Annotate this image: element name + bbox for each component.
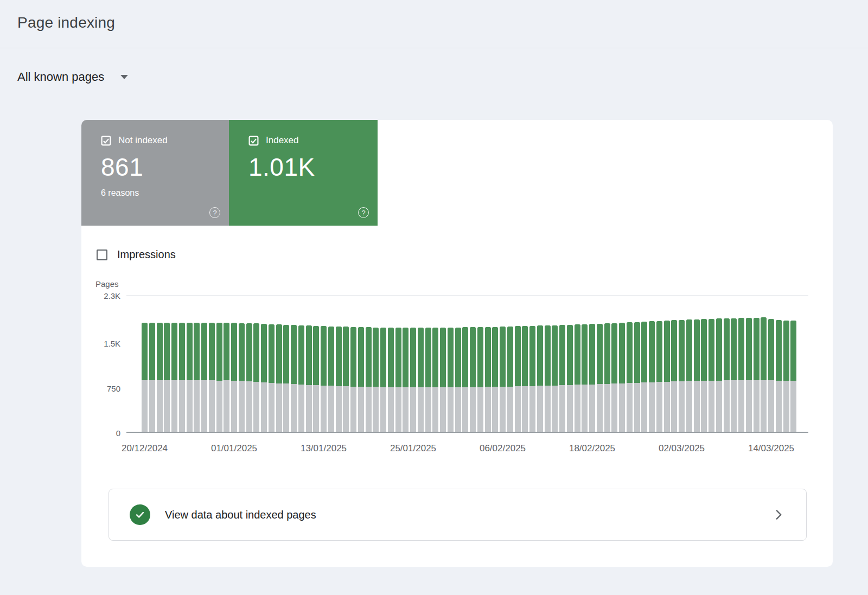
bar-82 bbox=[754, 318, 760, 432]
bar-segment-not-indexed bbox=[694, 381, 700, 432]
bar-segment-indexed bbox=[432, 328, 438, 387]
bar-52 bbox=[529, 326, 535, 432]
bar-segment-indexed bbox=[142, 323, 148, 380]
chevron-right-icon bbox=[771, 508, 786, 522]
bar-segment-indexed bbox=[656, 321, 662, 382]
bar-46 bbox=[485, 327, 491, 432]
bar-segment-not-indexed bbox=[298, 385, 304, 432]
bar-segment-not-indexed bbox=[724, 380, 730, 432]
bar-segment-not-indexed bbox=[201, 380, 207, 432]
bar-segment-indexed bbox=[239, 323, 245, 381]
bar-12 bbox=[231, 323, 237, 432]
bar-segment-not-indexed bbox=[790, 381, 796, 432]
bar-segment-indexed bbox=[343, 327, 349, 386]
bar-segment-indexed bbox=[366, 327, 372, 387]
bar-37 bbox=[418, 328, 424, 432]
bar-segment-indexed bbox=[403, 328, 409, 387]
bar-segment-indexed bbox=[716, 318, 722, 380]
bar-segment-not-indexed bbox=[239, 381, 245, 432]
help-icon[interactable]: ? bbox=[358, 207, 369, 218]
tile-indexed[interactable]: Indexed 1.01K ? bbox=[229, 120, 378, 226]
bar-63 bbox=[611, 323, 617, 432]
bar-segment-not-indexed bbox=[575, 385, 580, 432]
bar-segment-not-indexed bbox=[216, 381, 222, 432]
bar-segment-indexed bbox=[701, 319, 707, 381]
tile-not-indexed-value: 861 bbox=[101, 152, 218, 182]
bar-68 bbox=[649, 321, 655, 432]
tile-indexed-label: Indexed bbox=[266, 135, 299, 146]
bar-segment-indexed bbox=[231, 323, 237, 380]
bar-85 bbox=[776, 320, 782, 432]
bar-67 bbox=[641, 322, 647, 432]
tile-not-indexed[interactable]: Not indexed 861 6 reasons ? bbox=[81, 120, 229, 226]
bar-segment-not-indexed bbox=[157, 380, 163, 432]
bar-70 bbox=[664, 321, 670, 432]
bar-segment-not-indexed bbox=[187, 380, 193, 432]
bar-segment-indexed bbox=[253, 323, 259, 382]
bar-segment-not-indexed bbox=[261, 382, 267, 432]
bar-38 bbox=[425, 328, 431, 432]
bar-74 bbox=[694, 319, 700, 432]
check-circle-icon bbox=[130, 504, 150, 525]
bar-segment-indexed bbox=[298, 325, 304, 385]
bar-segment-not-indexed bbox=[477, 387, 483, 432]
bar-77 bbox=[716, 318, 722, 432]
bar-segment-not-indexed bbox=[276, 383, 282, 432]
checkbox-checked-icon bbox=[101, 136, 111, 146]
view-indexed-data-button[interactable]: View data about indexed pages bbox=[108, 489, 807, 541]
bar-segment-not-indexed bbox=[738, 380, 744, 432]
bar-segment-not-indexed bbox=[768, 380, 774, 432]
bar-segment-indexed bbox=[388, 328, 394, 387]
bar-28 bbox=[350, 327, 356, 432]
bar-segment-indexed bbox=[209, 323, 215, 380]
bar-segment-not-indexed bbox=[783, 381, 789, 432]
bar-segment-indexed bbox=[187, 323, 193, 380]
chart-y-axis-title: Pages bbox=[95, 279, 808, 289]
bar-segment-not-indexed bbox=[656, 382, 662, 432]
bar-segment-indexed bbox=[306, 325, 312, 385]
bar-21 bbox=[298, 325, 304, 432]
bar-segment-not-indexed bbox=[611, 383, 617, 432]
bar-segment-not-indexed bbox=[761, 380, 767, 432]
page-filter-dropdown[interactable]: All known pages bbox=[17, 70, 128, 84]
help-icon[interactable]: ? bbox=[209, 207, 220, 218]
bar-segment-not-indexed bbox=[380, 387, 386, 432]
bar-34 bbox=[395, 328, 401, 432]
bar-segment-not-indexed bbox=[500, 387, 506, 432]
bar-45 bbox=[477, 327, 483, 432]
bar-segment-indexed bbox=[179, 323, 185, 380]
bar-segment-not-indexed bbox=[448, 387, 454, 432]
chevron-down-icon bbox=[120, 75, 128, 79]
impressions-label: Impressions bbox=[117, 248, 176, 261]
bar-segment-indexed bbox=[604, 323, 610, 384]
bar-segment-not-indexed bbox=[545, 386, 551, 432]
checkbox-checked-icon bbox=[248, 136, 259, 146]
bar-48 bbox=[500, 327, 506, 432]
bar-62 bbox=[604, 323, 610, 432]
bar-segment-indexed bbox=[321, 326, 327, 385]
bar-segment-indexed bbox=[313, 326, 319, 385]
bar-16 bbox=[261, 324, 267, 432]
bar-segment-not-indexed bbox=[179, 380, 185, 432]
bar-segment-indexed bbox=[611, 323, 617, 384]
x-tick-label: 25/01/2025 bbox=[390, 443, 436, 454]
bar-segment-indexed bbox=[477, 327, 483, 387]
impressions-toggle[interactable]: Impressions bbox=[97, 248, 833, 261]
bar-segment-not-indexed bbox=[776, 381, 782, 432]
bar-segment-indexed bbox=[492, 327, 498, 387]
bar-segment-not-indexed bbox=[746, 380, 752, 432]
bar-13 bbox=[239, 323, 245, 433]
bar-segment-not-indexed bbox=[246, 381, 252, 432]
bar-segment-indexed bbox=[261, 324, 267, 382]
impressions-checkbox[interactable] bbox=[97, 249, 107, 260]
bar-25 bbox=[328, 327, 334, 432]
bar-segment-indexed bbox=[545, 325, 551, 386]
bar-segment-not-indexed bbox=[313, 385, 319, 432]
bar-segment-indexed bbox=[754, 318, 760, 380]
bar-61 bbox=[597, 324, 603, 432]
bar-29 bbox=[358, 327, 364, 432]
bar-78 bbox=[724, 318, 730, 432]
bar-segment-indexed bbox=[738, 318, 744, 380]
bar-segment-not-indexed bbox=[537, 386, 543, 432]
bar-18 bbox=[276, 324, 282, 432]
